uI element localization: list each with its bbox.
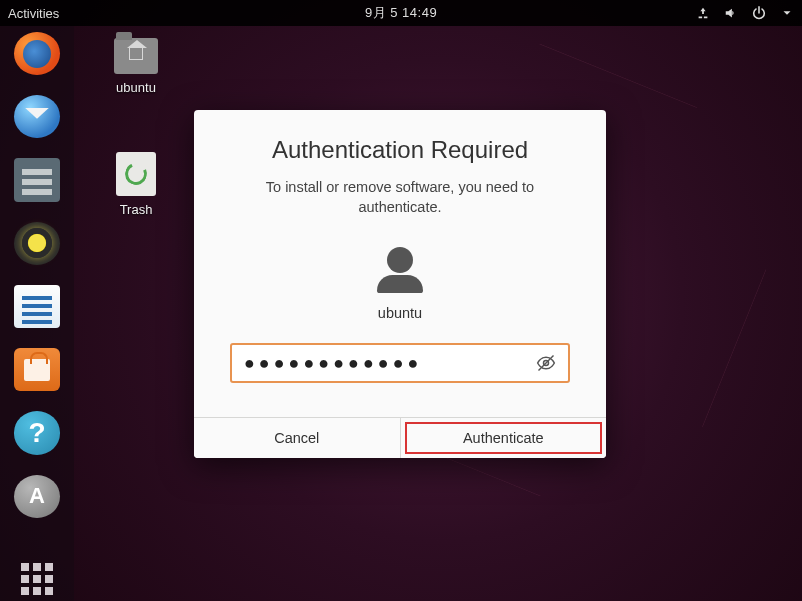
dock: ? A (0, 26, 74, 601)
reveal-password-icon[interactable] (536, 353, 556, 373)
chevron-down-icon (780, 6, 794, 20)
dialog-title: Authentication Required (230, 136, 570, 164)
dock-software-updater[interactable]: A (14, 475, 60, 518)
volume-icon (724, 6, 738, 20)
desktop-icon-label: ubuntu (96, 80, 176, 95)
activities-button[interactable]: Activities (8, 6, 59, 21)
cancel-button[interactable]: Cancel (194, 418, 401, 458)
password-input[interactable] (244, 353, 536, 374)
dialog-actions: Cancel Authenticate (194, 417, 606, 458)
password-field[interactable] (230, 343, 570, 383)
dock-files[interactable] (14, 158, 60, 201)
top-bar: Activities 9月 5 14:49 (0, 0, 802, 26)
dock-libreoffice-writer[interactable] (14, 285, 60, 328)
network-icon (696, 6, 710, 20)
dock-ubuntu-software[interactable] (14, 348, 60, 391)
avatar-icon (376, 247, 424, 293)
dock-show-applications[interactable] (14, 558, 60, 601)
trash-icon (116, 152, 156, 196)
user-block: ubuntu (230, 247, 570, 321)
power-icon (752, 6, 766, 20)
home-folder-icon (114, 38, 158, 74)
dock-rhythmbox[interactable] (14, 222, 60, 265)
clock[interactable]: 9月 5 14:49 (365, 4, 437, 22)
authenticate-button[interactable]: Authenticate (401, 418, 607, 458)
system-status-area[interactable] (696, 6, 794, 20)
desktop-home-folder[interactable]: ubuntu (96, 38, 176, 95)
desktop-icon-label: Trash (96, 202, 176, 217)
dock-thunderbird[interactable] (14, 95, 60, 138)
dock-help[interactable]: ? (14, 411, 60, 454)
username-label: ubuntu (378, 305, 422, 321)
dialog-message: To install or remove software, you need … (230, 178, 570, 217)
dock-firefox[interactable] (14, 32, 60, 75)
authentication-dialog: Authentication Required To install or re… (194, 110, 606, 458)
desktop-trash[interactable]: Trash (96, 152, 176, 217)
